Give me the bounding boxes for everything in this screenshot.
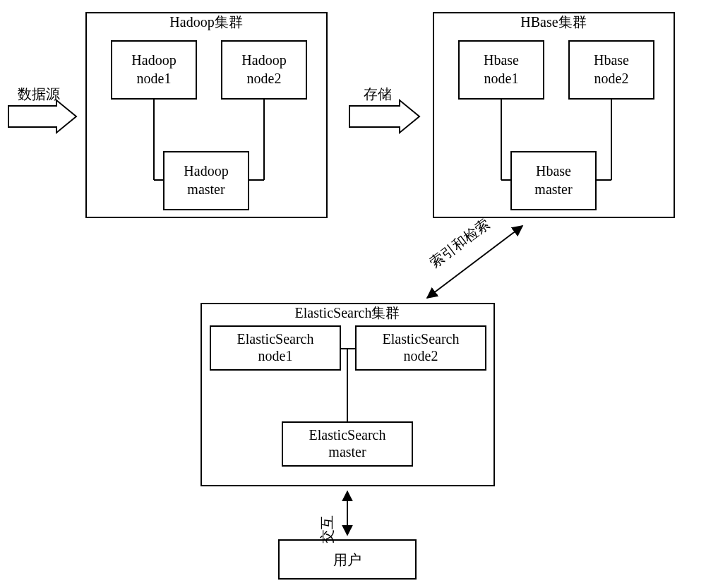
svg-text:Hadoop: Hadoop [241, 52, 286, 68]
storage-arrow: 存储 [349, 86, 419, 133]
hbase-cluster: HBase集群 Hbase node1 Hbase node2 Hbase ma… [433, 13, 674, 217]
svg-rect-4 [222, 41, 306, 99]
es-node2: ElasticSearch node2 [356, 326, 486, 370]
svg-text:node1: node1 [137, 71, 172, 86]
hadoop-cluster: Hadoop集群 Hadoop node1 Hadoop node2 Hadoo… [86, 13, 327, 217]
hbase-cluster-title: HBase集群 [520, 14, 586, 30]
hadoop-node1: Hadoop node1 [112, 41, 196, 99]
svg-text:Hadoop: Hadoop [131, 52, 176, 68]
hadoop-node2: Hadoop node2 [222, 41, 306, 99]
svg-text:Hbase: Hbase [484, 52, 519, 68]
hbase-master: Hbase master [511, 152, 596, 210]
svg-rect-15 [459, 41, 544, 99]
svg-text:node2: node2 [404, 348, 438, 364]
elasticsearch-cluster: ElasticSearch集群 ElasticSearch node1 Elas… [201, 304, 494, 486]
data-source-label: 数据源 [18, 86, 60, 102]
svg-rect-21 [511, 152, 596, 210]
svg-text:node2: node2 [594, 71, 629, 86]
svg-rect-18 [569, 41, 654, 99]
svg-text:Hbase: Hbase [536, 163, 571, 179]
interact-arrow: 交互 [319, 491, 347, 544]
hbase-node2: Hbase node2 [569, 41, 654, 99]
svg-text:ElasticSearch: ElasticSearch [237, 331, 314, 347]
user-box: 用户 [279, 540, 416, 579]
architecture-diagram: 数据源 Hadoop集群 Hadoop node1 Hadoop node2 H… [0, 0, 706, 588]
svg-rect-7 [164, 152, 249, 210]
user-label: 用户 [333, 552, 361, 568]
svg-text:master: master [328, 444, 366, 460]
es-cluster-title: ElasticSearch集群 [295, 305, 400, 320]
svg-text:node1: node1 [484, 71, 519, 86]
index-search-arrow: 索引和检索 [426, 216, 522, 298]
svg-text:ElasticSearch: ElasticSearch [383, 331, 460, 347]
svg-rect-1 [112, 41, 196, 99]
es-master: ElasticSearch master [282, 422, 412, 466]
data-source-arrow: 数据源 [8, 86, 76, 133]
hadoop-cluster-title: Hadoop集群 [169, 14, 242, 30]
svg-text:Hadoop: Hadoop [184, 163, 228, 179]
storage-label: 存储 [364, 86, 392, 102]
index-search-label: 索引和检索 [426, 216, 492, 271]
es-node1: ElasticSearch node1 [210, 326, 340, 370]
svg-text:Hbase: Hbase [594, 52, 629, 68]
hbase-node1: Hbase node1 [459, 41, 544, 99]
svg-text:ElasticSearch: ElasticSearch [309, 427, 386, 443]
svg-text:master: master [187, 181, 225, 197]
svg-text:node2: node2 [247, 71, 282, 86]
svg-text:node1: node1 [258, 348, 293, 364]
hadoop-master: Hadoop master [164, 152, 249, 210]
svg-text:master: master [534, 181, 573, 197]
